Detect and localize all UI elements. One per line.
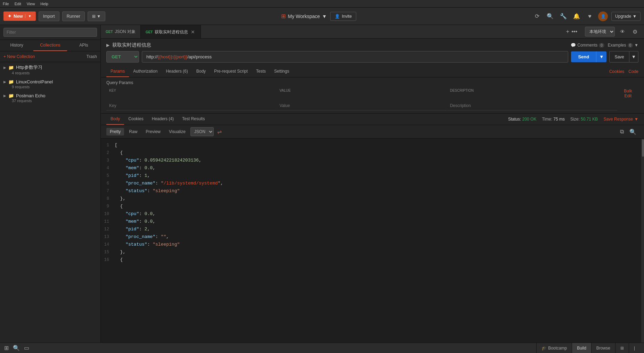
tab-json-object[interactable]: GET JSON 对象 — [101, 25, 141, 38]
sync-icon[interactable]: ⟳ — [532, 11, 542, 21]
status-layout-grid[interactable]: ⊞ — [615, 343, 629, 353]
save-button[interactable]: Save — [609, 51, 629, 63]
req-tab-body[interactable]: Body — [192, 66, 210, 77]
send-button-group: Send ▼ — [571, 51, 606, 62]
resp-tab-cookies[interactable]: Cookies — [124, 114, 147, 125]
method-select[interactable]: GET POST PUT DELETE — [106, 51, 139, 63]
fmt-tab-pretty[interactable]: Pretty — [106, 128, 124, 136]
code-link[interactable]: Code — [628, 69, 638, 74]
resp-tab-headers[interactable]: Headers (4) — [148, 114, 178, 125]
req-tab-pre-request[interactable]: Pre-request Script — [210, 66, 252, 77]
description-input[interactable] — [447, 101, 617, 110]
import-button[interactable]: Import — [39, 11, 59, 21]
invite-button[interactable]: 👤 Invite — [330, 12, 356, 21]
collection-name: LinuxControlPanel — [16, 79, 53, 84]
filter-input[interactable] — [3, 28, 97, 37]
expand-icon[interactable]: ▶ — [106, 43, 109, 48]
status-split-icon[interactable]: | — [629, 343, 640, 353]
copy-icon[interactable]: ⧉ — [618, 128, 626, 136]
req-tab-headers[interactable]: Headers (6) — [162, 66, 192, 77]
fmt-tab-preview[interactable]: Preview — [142, 128, 164, 136]
examples-button[interactable]: Examples 0 ▼ — [608, 43, 638, 48]
env-settings-icon[interactable]: ⚙ — [630, 27, 640, 36]
value-input[interactable] — [277, 101, 447, 110]
req-tab-authorization[interactable]: Authorization — [129, 66, 162, 77]
status-bootcamp[interactable]: 🎓 Bootcamp — [536, 343, 572, 353]
req-tab-params[interactable]: Params — [106, 66, 129, 77]
eye-icon[interactable]: 👁 — [618, 27, 627, 36]
bulk-edit-button[interactable]: Bulk Edit — [618, 87, 638, 100]
comment-icon: 💬 — [571, 43, 576, 48]
status-browse[interactable]: Browse — [591, 343, 615, 353]
save-response-label: Save Response — [603, 117, 633, 122]
tab-realtime-process[interactable]: GET 获取实时进程信息 ✕ — [141, 25, 201, 38]
sidebar-tab-collections[interactable]: Collections — [33, 40, 67, 51]
user-icon: 👤 — [335, 14, 340, 19]
comments-button[interactable]: 💬 Comments 0 — [571, 43, 604, 48]
proc-name-link[interactable]: /lib/systemd/systemd — [163, 181, 218, 186]
search-icon[interactable]: 🔍 — [545, 11, 555, 21]
upgrade-button[interactable]: Upgrade ▼ — [611, 12, 641, 21]
chevron-right-icon: ▶ — [3, 94, 6, 98]
new-button[interactable]: ✦ New ▼ — [3, 11, 36, 21]
layout-button[interactable]: ⊞ ▼ — [88, 11, 105, 21]
params-title: Query Params — [106, 80, 638, 85]
new-dropdown-arrow[interactable]: ▼ — [25, 14, 32, 18]
resp-tab-body[interactable]: Body — [106, 114, 124, 125]
menu-view[interactable]: View — [27, 2, 35, 6]
folder-icon: 📁 — [8, 79, 14, 84]
fmt-tab-visualize[interactable]: Visualize — [165, 128, 189, 136]
save-response-button[interactable]: Save Response ▼ — [603, 117, 638, 122]
bootcamp-label: Bootcamp — [548, 346, 567, 351]
workspace-dropdown-arrow: ▼ — [322, 14, 327, 19]
toolbar: ✦ New ▼ Import Runner ⊞ ▼ ⊞ My Workspace… — [0, 8, 644, 25]
more-tabs-button[interactable]: ••• — [571, 28, 577, 35]
send-dropdown-button[interactable]: ▼ — [596, 51, 606, 62]
plus-icon: ✦ — [8, 14, 11, 19]
list-item[interactable]: ▶ 📁 LinuxControlPanel 9 requests — [0, 77, 100, 91]
new-collection-button[interactable]: + New Collection — [3, 54, 35, 59]
req-tab-settings[interactable]: Settings — [270, 66, 293, 77]
invite-label: Invite — [342, 14, 352, 19]
save-dropdown-button[interactable]: ▼ — [629, 51, 638, 63]
menu-edit[interactable]: Edit — [15, 2, 21, 6]
wrap-icon[interactable]: ⇌ — [215, 128, 224, 136]
fmt-tab-raw[interactable]: Raw — [125, 128, 141, 136]
status-bar: ⊞ 🔍 ▭ 🎓 Bootcamp Build Browse ⊞ | — [0, 343, 644, 353]
status-search-icon[interactable]: 🔍 — [13, 345, 20, 351]
format-select[interactable]: JSON XML HTML Text — [190, 127, 214, 136]
add-tab-button[interactable]: + — [566, 28, 569, 35]
status-build[interactable]: Build — [572, 343, 591, 353]
sidebar-tab-apis[interactable]: APIs — [67, 40, 100, 51]
tabs-bar: GET JSON 对象 GET 获取实时进程信息 ✕ + ••• — [101, 25, 581, 38]
save-button-group: Save ▼ — [609, 51, 638, 63]
resp-tab-test-results[interactable]: Test Results — [178, 114, 209, 125]
menu-file[interactable]: File — [3, 2, 9, 6]
req-tab-tests[interactable]: Tests — [252, 66, 270, 77]
req-tab-right: Cookies Code — [609, 69, 638, 74]
search-response-icon[interactable]: 🔍 — [627, 128, 638, 136]
key-input[interactable] — [106, 101, 276, 110]
url-input[interactable]: http://{{host}}:{{port}}/api/process — [142, 51, 568, 63]
workspace-button[interactable]: ⊞ My Workspace ▼ — [281, 13, 327, 19]
params-table: KEY VALUE DESCRIPTION Bulk Edit — [106, 87, 638, 110]
settings-icon[interactable]: 🔧 — [559, 11, 568, 21]
list-item[interactable]: ▶ 📁 Http参数学习 4 requests — [0, 62, 100, 77]
heart-icon[interactable]: ♥ — [585, 11, 595, 21]
collection-name: Postman Echo — [16, 93, 46, 98]
avatar[interactable]: 👤 — [598, 11, 608, 21]
cookies-link[interactable]: Cookies — [609, 69, 624, 74]
chevron-right-icon: ▶ — [3, 66, 6, 69]
environment-select[interactable]: 本地环境 — [585, 27, 615, 36]
sidebar-tab-history[interactable]: History — [0, 40, 33, 51]
send-button[interactable]: Send — [571, 51, 596, 62]
menu-help[interactable]: Help — [40, 2, 48, 6]
trash-button[interactable]: Trash — [87, 54, 97, 59]
status-terminal-icon[interactable]: ▭ — [24, 345, 29, 351]
bell-icon[interactable]: 🔔 — [572, 11, 581, 21]
list-item[interactable]: ▶ 📁 Postman Echo 37 requests — [0, 91, 100, 105]
status-bar-left: ⊞ 🔍 ▭ — [4, 345, 29, 351]
status-collections-icon[interactable]: ⊞ — [4, 345, 9, 351]
runner-button[interactable]: Runner — [62, 11, 85, 21]
tab-close-button[interactable]: ✕ — [190, 30, 196, 34]
